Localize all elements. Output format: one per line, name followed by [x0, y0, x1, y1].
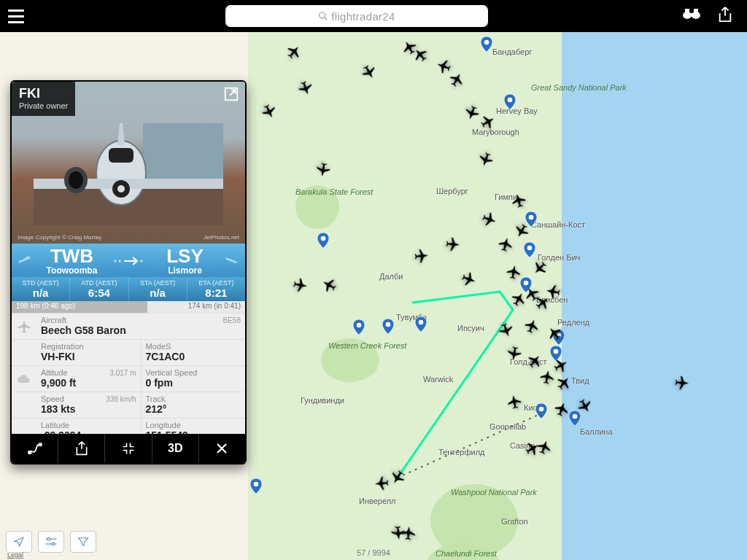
photo-credit: Image Copyright © Craig Murray [18, 234, 101, 241]
airport-pin[interactable] [504, 94, 516, 110]
svg-rect-4 [689, 13, 694, 17]
svg-point-8 [508, 98, 513, 103]
popout-icon [223, 86, 239, 102]
lat-value: -29.3094 [41, 429, 136, 434]
close-icon [215, 442, 228, 455]
airport-pin[interactable] [535, 403, 547, 419]
airport-pin[interactable] [553, 330, 565, 346]
flight-detail-panel: FKI Private owner Image Copyright © Crai… [10, 80, 247, 464]
svg-rect-32 [109, 148, 133, 163]
airport-pin[interactable] [569, 411, 581, 427]
legal-link[interactable]: Legal [7, 551, 23, 559]
svg-point-10 [529, 215, 534, 220]
svg-point-19 [573, 414, 578, 419]
share-icon [718, 7, 732, 23]
svg-rect-5 [685, 9, 689, 14]
share-flight-button[interactable] [58, 434, 105, 463]
spd-value: 183 kts [41, 403, 136, 415]
svg-point-34 [69, 171, 83, 189]
airport-pin[interactable] [520, 277, 532, 293]
airport-pin[interactable] [382, 319, 394, 335]
reg-label: Registration [41, 342, 136, 351]
callsign: FKI [19, 86, 68, 101]
modes-label: ModeS [146, 342, 241, 351]
svg-point-14 [419, 320, 424, 325]
vs-label: Vertical Speed [146, 368, 241, 377]
3d-label: 3D [168, 442, 182, 455]
svg-point-9 [321, 236, 326, 241]
svg-point-24 [52, 542, 55, 545]
location-arrow-icon [13, 536, 25, 548]
progress-remaining: 174 km (in 0:41) [147, 301, 245, 313]
spd-metric: 338 km/h [106, 395, 136, 403]
svg-line-1 [325, 18, 328, 20]
route-bar: TWB Toowoomba LSY Lismore [12, 244, 245, 277]
lon-value: 151.5549 [146, 429, 241, 434]
share-icon [75, 441, 88, 456]
airport-pin[interactable] [525, 211, 537, 228]
expand-photo-button[interactable] [223, 86, 239, 105]
cloud-icon [12, 366, 36, 392]
3d-view-button[interactable]: 3D [152, 434, 199, 463]
photo-source: JetPhotos.net [204, 234, 239, 241]
atd-value: 6:54 [70, 287, 128, 299]
airport-pin[interactable] [524, 242, 535, 258]
alt-value: 9,900 ft [41, 377, 136, 389]
svg-point-12 [357, 323, 362, 328]
airport-pin[interactable] [353, 319, 365, 335]
panel-header: FKI Private owner [12, 82, 75, 116]
airport-pin[interactable] [415, 316, 427, 332]
svg-point-20 [254, 482, 259, 487]
svg-point-35 [115, 260, 117, 262]
std-value: n/a [12, 287, 69, 299]
departure-icon [18, 254, 32, 268]
svg-point-15 [524, 281, 529, 286]
sta-value: n/a [129, 287, 187, 299]
vs-value: 0 fpm [146, 377, 241, 389]
map-controls [6, 531, 96, 553]
locate-button[interactable] [6, 531, 32, 553]
std-label: STD (AEST) [12, 279, 69, 287]
svg-point-18 [539, 407, 544, 412]
route-arrow-icon [112, 255, 145, 267]
modes-value: 7C1AC0 [146, 351, 241, 362]
filter-button[interactable] [70, 531, 96, 553]
collapse-button[interactable] [105, 434, 152, 463]
reg-value: VH-FKI [41, 351, 136, 362]
panel-toolbar: 3D [12, 434, 245, 463]
svg-point-17 [554, 349, 559, 354]
airport-pin[interactable] [317, 233, 329, 249]
svg-point-36 [119, 260, 121, 262]
settings-button[interactable] [38, 531, 64, 553]
arrival-icon [225, 254, 239, 268]
ar-view-button[interactable] [681, 7, 702, 26]
aircraft-illustration [34, 116, 223, 225]
svg-point-31 [117, 185, 125, 192]
aircraft-photo: FKI Private owner Image Copyright © Crai… [12, 82, 245, 244]
airport-pin[interactable] [481, 36, 492, 52]
svg-point-22 [47, 537, 50, 540]
trk-value: 212° [146, 403, 241, 415]
svg-point-37 [141, 260, 143, 262]
search-placeholder: flightradar24 [331, 10, 395, 23]
binoculars-icon [681, 7, 702, 20]
menu-button[interactable] [0, 0, 32, 32]
share-button[interactable] [718, 7, 732, 26]
filter-icon [77, 537, 89, 547]
tile-counter: 57 / 9994 [357, 548, 390, 557]
aircraft-value: Beech G58 Baron [41, 324, 241, 336]
dep-code: TWB [32, 246, 112, 265]
route-button[interactable] [12, 434, 58, 463]
search-input[interactable]: flightradar24 [225, 5, 488, 27]
lon-label: Longitude [146, 421, 241, 429]
airport-pin[interactable] [550, 346, 562, 362]
operator: Private owner [19, 101, 68, 110]
close-panel-button[interactable] [199, 434, 245, 463]
eta-value: 8:21 [187, 287, 245, 299]
trk-label: Track [146, 394, 241, 403]
top-bar: flightradar24 [0, 0, 747, 32]
airport-pin[interactable] [250, 478, 262, 494]
eta-label: ETA (AEST) [187, 279, 245, 287]
arr-code: LSY [145, 246, 225, 265]
svg-point-13 [386, 322, 391, 327]
